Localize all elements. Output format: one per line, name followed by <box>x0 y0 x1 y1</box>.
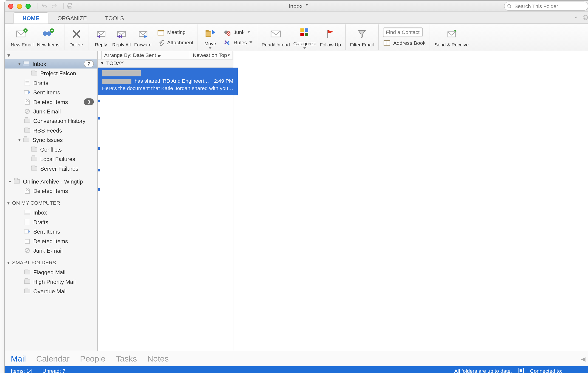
unread-count-badge: 7 <box>84 60 94 67</box>
folder-icon <box>31 155 38 162</box>
folder-drafts[interactable]: Drafts <box>5 78 97 87</box>
nav-calendar[interactable]: Calendar <box>36 354 70 363</box>
folder-local-failures[interactable]: Local Failures <box>5 154 97 164</box>
zoom-window-button[interactable] <box>25 3 31 9</box>
move-icon <box>204 25 216 40</box>
chevron-down-icon <box>337 45 341 48</box>
undo-icon[interactable] <box>41 2 48 10</box>
status-sync: All folders are up to date. <box>454 368 512 373</box>
new-items-icon: + <box>42 27 55 41</box>
folder-online-archive[interactable]: ▾ Online Archive - Wingtip <box>5 177 97 186</box>
close-window-button[interactable] <box>8 3 13 9</box>
sort-order-button[interactable]: Newest on Top ▾ <box>190 51 233 60</box>
trash-icon <box>24 98 31 105</box>
ribbon-group-tags: Read/Unread Categorize Follow Up <box>257 24 346 50</box>
nav-tasks[interactable]: Tasks <box>116 354 137 363</box>
collapse-nav-icon[interactable]: ◀ <box>581 355 586 362</box>
folder-project-falcon[interactable]: Project Falcon <box>5 68 97 78</box>
filter-email-button[interactable]: Filter Email <box>348 26 376 49</box>
status-items: Items: 14 <box>11 368 32 373</box>
redacted-text <box>102 79 131 84</box>
folder-inbox[interactable]: ▾ Inbox 7 <box>5 59 97 68</box>
chevron-down-icon: ▾ <box>7 260 10 265</box>
svg-rect-50 <box>25 219 30 225</box>
sent-icon <box>24 89 31 96</box>
svg-point-6 <box>584 17 585 17</box>
folder-server-failures[interactable]: Server Failures <box>5 164 97 173</box>
message-item-selected[interactable]: has shared 'RD And Engineeri… 2:49 PM He… <box>98 68 238 95</box>
nav-notes[interactable]: Notes <box>147 354 168 363</box>
folder-omc-junk[interactable]: Junk E-mail <box>5 246 97 255</box>
folder-conversation-history[interactable]: Conversation History <box>5 116 97 125</box>
folder-overdue-mail[interactable]: Overdue Mail <box>5 286 97 296</box>
send-receive-button[interactable]: Send & Receive <box>433 26 471 49</box>
meeting-button[interactable]: Meeting <box>157 28 193 37</box>
arrange-by-button[interactable]: Arrange By: Date Sent ▴▾ <box>101 51 190 60</box>
message-group-today[interactable]: ▼ TODAY <box>98 60 233 68</box>
chevron-down-icon: ▾ <box>228 53 230 57</box>
folder-conflicts[interactable]: Conflicts <box>5 145 97 154</box>
svg-rect-26 <box>300 28 304 32</box>
rules-icon <box>223 39 231 46</box>
separator <box>63 3 64 9</box>
status-connected: Connected to: <box>530 368 563 373</box>
account-expander[interactable]: ▾ <box>5 51 97 59</box>
search-input[interactable] <box>514 2 585 10</box>
navigation-bar: Mail Calendar People Tasks Notes ◀ <box>5 351 588 366</box>
folder-omc-drafts[interactable]: Drafts <box>5 217 97 227</box>
svg-text:+: + <box>51 29 53 33</box>
attachment-button[interactable]: Attachment <box>157 38 193 47</box>
chevron-down-icon <box>247 31 250 33</box>
folder-junk[interactable]: Junk Email <box>5 107 97 116</box>
window-title: Inbox • <box>288 3 308 9</box>
move-button[interactable]: Move <box>201 24 220 50</box>
tab-organize[interactable]: ORGANIZE <box>48 12 96 23</box>
address-book-button[interactable]: Address Book <box>383 39 426 47</box>
print-icon[interactable] <box>66 2 74 10</box>
folder-icon <box>13 178 20 185</box>
reply-button[interactable]: Reply <box>91 26 110 49</box>
section-smart-folders[interactable]: ▾ SMART FOLDERS <box>5 258 97 267</box>
folder-rss-feeds[interactable]: RSS Feeds <box>5 126 97 135</box>
redacted-sender <box>102 70 141 76</box>
junk-button[interactable]: Junk <box>223 28 252 37</box>
help-smiley-icon[interactable] <box>582 14 588 22</box>
redo-icon[interactable] <box>51 2 58 10</box>
forward-button[interactable]: Forward <box>133 26 153 49</box>
categorize-button[interactable]: Categorize <box>292 24 318 50</box>
nav-mail[interactable]: Mail <box>11 354 26 363</box>
delete-icon <box>71 27 82 41</box>
folder-flagged-mail[interactable]: Flagged Mail <box>5 267 97 277</box>
follow-up-button[interactable]: Follow Up <box>318 26 343 49</box>
collapse-ribbon-icon[interactable] <box>574 15 579 21</box>
folder-archive-deleted[interactable]: Deleted Items <box>5 186 97 196</box>
new-items-button[interactable]: + New Items <box>35 26 61 49</box>
minimize-window-button[interactable] <box>17 3 22 9</box>
app-window: Inbox • HOME ORGANIZE TOOLS + <box>4 0 588 373</box>
folder-sent-items[interactable]: Sent Items <box>5 87 97 97</box>
read-unread-button[interactable]: Read/Unread <box>260 26 292 49</box>
trash-icon <box>24 238 31 244</box>
inbox-icon <box>24 209 31 216</box>
folder-omc-inbox[interactable]: Inbox <box>5 208 97 217</box>
svg-rect-28 <box>300 33 304 36</box>
tab-home[interactable]: HOME <box>13 12 48 24</box>
folder-sync-issues[interactable]: ▾ Sync Issues <box>5 135 97 145</box>
delete-button[interactable]: Delete <box>67 26 86 49</box>
chevron-down-icon <box>209 47 212 49</box>
message-list-body[interactable] <box>98 95 233 351</box>
folder-omc-sent[interactable]: Sent Items <box>5 227 97 236</box>
nav-people[interactable]: People <box>80 354 105 363</box>
folder-high-priority-mail[interactable]: High Priority Mail <box>5 277 97 286</box>
reply-all-button[interactable]: Reply All <box>110 26 133 49</box>
rules-button[interactable]: Rules <box>223 38 252 47</box>
find-contact-input[interactable]: Find a Contact <box>383 27 423 37</box>
folder-deleted-items[interactable]: Deleted Items 3 <box>5 97 97 107</box>
section-on-my-computer[interactable]: ▾ ON MY COMPUTER <box>5 198 97 208</box>
svg-rect-52 <box>25 239 29 244</box>
folder-omc-deleted[interactable]: Deleted Items <box>5 236 97 246</box>
new-email-button[interactable]: + New Email <box>9 26 35 49</box>
tab-tools[interactable]: TOOLS <box>96 12 133 23</box>
window-controls <box>8 3 31 9</box>
search-field[interactable] <box>504 2 588 11</box>
